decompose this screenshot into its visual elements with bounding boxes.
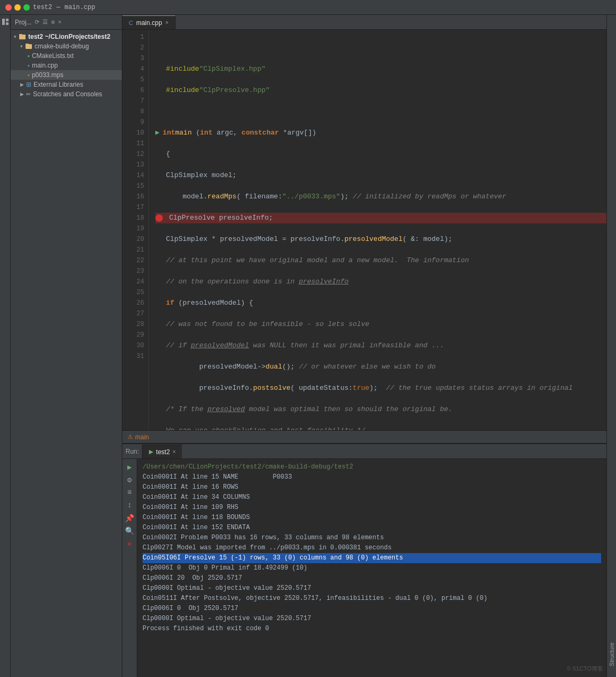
code-line-8: model.readMps( filename: "../p0033.mps")… <box>155 191 606 202</box>
ext-expand-icon: ▶ <box>20 82 24 87</box>
code-line-2: #include "ClpSimplex.hpp" <box>155 64 606 74</box>
run-output-line-highlighted: Coin05I06I Presolve 15 (-1) rows, 33 (0)… <box>143 553 601 563</box>
code-line-12: // on the operations done is in presolve… <box>155 277 606 287</box>
cpp-icon: ▪ <box>28 62 30 69</box>
code-line-5: ▶int main (int argc, const char *argv[]) <box>155 128 606 138</box>
close-button[interactable] <box>5 4 12 11</box>
run-toolbar: ▶ ⚙ ≡ ↕ 📌 🔍 ✕ <box>122 459 137 677</box>
tab-close-icon[interactable]: × <box>165 20 169 26</box>
structure-label[interactable]: Structure <box>609 642 615 666</box>
code-line-19: We can use checkSolution and test feasib… <box>155 425 606 430</box>
code-line-9: ClpPresolve presolveInfo; <box>155 213 606 223</box>
svg-rect-2 <box>6 22 9 25</box>
code-line-3: #include "ClpPresolve.hpp" <box>155 85 606 96</box>
ext-libs-label: External Libraries <box>34 81 83 88</box>
run-output-line-12: Coin0511I After Postsolve, objective 252… <box>143 594 601 604</box>
run-output-line-8: Clp0027I Model was imported from ../p003… <box>143 543 601 553</box>
svg-rect-6 <box>26 44 29 45</box>
run-tab-bar: Run: ▶ test2 × <box>122 444 606 459</box>
run-output-line-6: Coin0001I At line 152 ENDATA <box>143 523 601 533</box>
sync-icon[interactable]: ⟳ <box>35 19 39 26</box>
tree-root[interactable]: ▾ test2 ~/CLionProjects/test2 <box>11 32 122 41</box>
run-label: Run: <box>122 445 143 458</box>
line-numbers: 12345 678910 1112131415 1617181920 21222… <box>122 30 149 430</box>
maximize-button[interactable] <box>23 4 30 11</box>
scratches-expand-icon: ▶ <box>20 91 24 97</box>
root-label: test2 ~/CLionProjects/test2 <box>28 33 110 40</box>
run-output-line-5: Coin0001I At line 118 BOUNDS <box>143 513 601 523</box>
run-output-line-7: Coin0002I Problem P0033 has 16 rows, 33 … <box>143 533 601 543</box>
run-filter-button[interactable]: 🔍 <box>125 526 135 536</box>
expand-icon: ▾ <box>20 44 23 49</box>
run-tab-play-icon: ▶ <box>149 448 153 455</box>
mps-icon: ▪ <box>28 72 30 78</box>
code-content[interactable]: #include "ClpSimplex.hpp" #include "ClpP… <box>149 30 606 430</box>
run-body: ▶ ⚙ ≡ ↕ 📌 🔍 ✕ /Users/chen/CLionProjects/… <box>122 459 606 677</box>
project-icon[interactable] <box>1 18 10 26</box>
code-line-18: /* If the presolved model was optimal th… <box>155 404 606 415</box>
cmake-build-debug-label: cmake-build-debug <box>35 43 89 50</box>
tree-scratches[interactable]: ▶ ✏ Scratches and Consoles <box>11 89 122 99</box>
code-line-1 <box>155 43 606 53</box>
collapse-icon[interactable]: ☰ <box>43 19 48 26</box>
title-bar: test2 — main.cpp <box>0 0 616 15</box>
run-scroll-button[interactable]: ↕ <box>125 500 135 510</box>
code-line-15: // if presolvedModel was NULL then it wa… <box>155 340 606 351</box>
code-line-4 <box>155 106 606 117</box>
run-output-line-9: Clp0006I 0 Obj 0 Primal inf 18.492499 (1… <box>143 563 601 573</box>
run-settings-button[interactable]: ⚙ <box>125 475 135 484</box>
run-tab-test2[interactable]: ▶ test2 × <box>143 445 182 458</box>
editor-tab-main-cpp[interactable]: C main.cpp × <box>122 15 176 29</box>
run-output-line-3: Coin0001I At line 34 COLUMNS <box>143 492 601 503</box>
scratches-label: Scratches and Consoles <box>33 90 102 98</box>
code-line-11: // at this point we have original model … <box>155 255 606 266</box>
code-line-13: if (presolvedModel) { <box>155 298 606 308</box>
run-pin-button[interactable]: 📌 <box>125 513 135 523</box>
run-tab-close-icon[interactable]: × <box>172 449 176 455</box>
run-lines-button[interactable]: ≡ <box>125 488 135 497</box>
code-line-6: { <box>155 149 606 160</box>
close-panel-icon[interactable]: × <box>58 19 62 26</box>
breadcrumb-main: main <box>135 433 149 441</box>
title-bar-text: test2 — main.cpp <box>33 4 95 11</box>
main-cpp-label: main.cpp <box>32 62 58 69</box>
run-tab-label: test2 <box>156 448 170 456</box>
settings-icon[interactable]: ⚙ <box>51 19 55 26</box>
svg-rect-4 <box>19 34 22 36</box>
tree-cmake-build-debug[interactable]: ▾ cmake-build-debug <box>11 41 122 51</box>
p0033-label: p0033.mps <box>32 71 63 79</box>
tree-ext-libs[interactable]: ▶ ⊞ External Libraries <box>11 80 122 89</box>
run-output-path: /Users/chen/CLionProjects/test2/cmake-bu… <box>143 462 601 472</box>
project-name: test2 <box>33 4 52 11</box>
tree-main-cpp[interactable]: ▪ main.cpp <box>11 61 122 70</box>
code-line-17: presolveInfo.postsolve( updateStatus: tr… <box>155 383 606 394</box>
main-layout: Proj... ⟳ ☰ ⚙ × ▾ test2 ~/CLionProjects/… <box>0 15 616 677</box>
project-tree: ▾ test2 ~/CLionProjects/test2 ▾ cmake-bu… <box>11 30 122 677</box>
sidebar-icons <box>0 15 11 677</box>
project-toolbar: Proj... ⟳ ☰ ⚙ × <box>11 15 122 30</box>
code-editor: 12345 678910 1112131415 1617181920 21222… <box>122 30 606 430</box>
run-stop-button[interactable]: ✕ <box>125 539 135 548</box>
run-play-button[interactable]: ▶ <box>125 462 135 472</box>
code-line-7: ClpSimplex model; <box>155 170 606 181</box>
run-output[interactable]: /Users/chen/CLionProjects/test2/cmake-bu… <box>137 459 606 677</box>
minimize-button[interactable] <box>14 4 21 11</box>
project-toolbar-title: Proj... <box>15 19 31 26</box>
run-output-line-4: Coin0001I At line 109 RHS <box>143 503 601 513</box>
traffic-lights <box>5 4 30 11</box>
run-output-line-13: Clp0006I 0 Obj 2520.5717 <box>143 604 601 614</box>
run-output-line-14: Clp0000I Optimal - objective value 2520.… <box>143 614 601 624</box>
run-output-line-16: Process finished with exit code 0 <box>143 624 601 634</box>
code-line-10: ClpSimplex * presolvedModel = presolveIn… <box>155 234 606 245</box>
editor-area: C main.cpp × 12345 678910 1112131415 161… <box>122 15 606 677</box>
watermark: © 51CTO博客 <box>567 665 603 673</box>
tree-cmakelists[interactable]: ▪ CMakeLists.txt <box>11 51 122 61</box>
run-output-line-10: Clp0006I 20 Obj 2520.5717 <box>143 573 601 583</box>
svg-rect-0 <box>2 19 5 25</box>
run-output-line-11: Clp0000I Optimal - objective value 2520.… <box>143 583 601 594</box>
tab-cpp-icon: C <box>129 20 133 26</box>
tab-label: main.cpp <box>136 19 162 27</box>
breadcrumb-bar: ⚠ main <box>122 430 606 443</box>
expand-icon: ▾ <box>14 34 16 39</box>
tree-p0033-mps[interactable]: ▪ p0033.mps <box>11 70 122 80</box>
